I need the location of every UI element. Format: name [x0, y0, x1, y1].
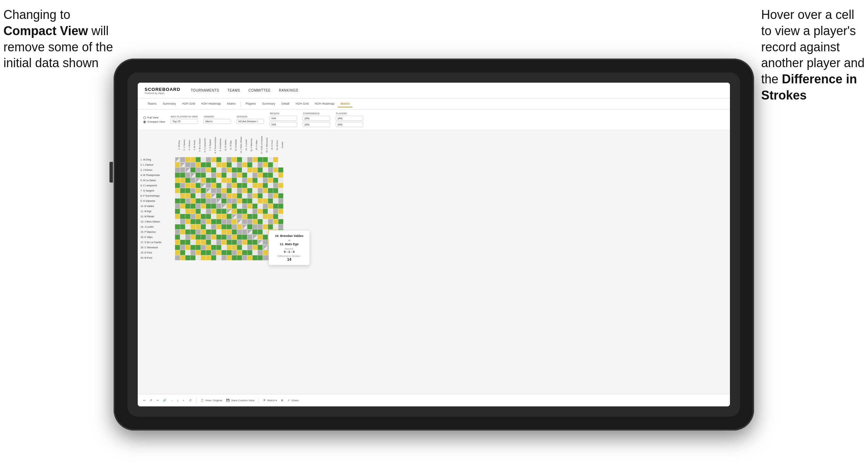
grid-cell[interactable]: [278, 214, 283, 219]
redo-button2[interactable]: ↺: [150, 399, 152, 402]
grid-cell[interactable]: [242, 229, 247, 235]
grid-cell[interactable]: [201, 245, 206, 250]
grid-cell[interactable]: [258, 173, 263, 178]
grid-cell[interactable]: [273, 219, 278, 224]
grid-cell[interactable]: [268, 224, 273, 229]
tab-summary-right[interactable]: Summary: [259, 101, 278, 107]
grid-cell[interactable]: [263, 157, 268, 162]
grid-cell[interactable]: [221, 193, 227, 198]
grid-cell[interactable]: [232, 250, 237, 255]
grid-cell[interactable]: [221, 214, 227, 219]
grid-cell[interactable]: [247, 193, 252, 198]
grid-cell[interactable]: [278, 219, 283, 224]
grid-cell[interactable]: [258, 240, 263, 245]
grid-cell[interactable]: [252, 224, 258, 229]
grid-cell[interactable]: [175, 219, 180, 224]
grid-cell[interactable]: [247, 224, 252, 229]
grid-cell[interactable]: [237, 157, 242, 162]
grid-cell[interactable]: [185, 255, 190, 260]
grid-cell[interactable]: [185, 167, 190, 173]
grid-cell[interactable]: [175, 245, 180, 250]
grid-cell[interactable]: [268, 198, 273, 204]
grid-cell[interactable]: [232, 188, 237, 193]
grid-cell[interactable]: [196, 178, 201, 183]
grid-cell[interactable]: [242, 188, 247, 193]
grid-cell[interactable]: [252, 188, 258, 193]
grid-cell[interactable]: [221, 224, 227, 229]
grid-cell[interactable]: [201, 209, 206, 214]
grid-cell[interactable]: [237, 229, 242, 235]
grid-cell[interactable]: [185, 193, 190, 198]
grid-cell[interactable]: [237, 235, 242, 240]
grid-cell[interactable]: [232, 173, 237, 178]
grid-cell[interactable]: [273, 188, 278, 193]
grid-cell[interactable]: [196, 219, 201, 224]
grid-cell[interactable]: [242, 183, 247, 188]
grid-cell[interactable]: [180, 250, 185, 255]
grid-cell[interactable]: [206, 229, 211, 235]
grid-cell[interactable]: [206, 173, 211, 178]
grid-cell[interactable]: [185, 183, 190, 188]
grid-cell[interactable]: [221, 173, 227, 178]
grid-cell[interactable]: [273, 178, 278, 183]
grid-cell[interactable]: [258, 229, 263, 235]
grid-cell[interactable]: [263, 204, 268, 209]
save-custom-btn[interactable]: 💾 Save Custom View: [226, 399, 254, 402]
grid-cell[interactable]: [273, 209, 278, 214]
grid-cell[interactable]: [221, 167, 227, 173]
conference-select2[interactable]: (All): [303, 122, 330, 127]
division-select[interactable]: NCAA Division I: [237, 119, 264, 124]
grid-cell[interactable]: [190, 224, 196, 229]
grid-cell[interactable]: [258, 167, 263, 173]
grid-cell[interactable]: [232, 209, 237, 214]
grid-cell[interactable]: [196, 162, 201, 167]
grid-cell[interactable]: [201, 214, 206, 219]
grid-cell[interactable]: [263, 193, 268, 198]
grid-cell[interactable]: [190, 162, 196, 167]
grid-cell[interactable]: [180, 198, 185, 204]
grid-cell[interactable]: [175, 209, 180, 214]
grid-cell[interactable]: [232, 162, 237, 167]
grid-cell[interactable]: [273, 157, 278, 162]
grid-cell[interactable]: [175, 229, 180, 235]
grid-cell[interactable]: [263, 209, 268, 214]
grid-cell[interactable]: [237, 250, 242, 255]
grid-cell[interactable]: [221, 255, 227, 260]
grid-cell[interactable]: [201, 250, 206, 255]
grid-cell[interactable]: [232, 235, 237, 240]
grid-cell[interactable]: [206, 214, 211, 219]
grid-cell[interactable]: [196, 167, 201, 173]
grid-cell[interactable]: [242, 173, 247, 178]
grid-cell[interactable]: [227, 183, 232, 188]
grid-cell[interactable]: [258, 204, 263, 209]
grid-cell[interactable]: [237, 178, 242, 183]
grid-cell[interactable]: [247, 255, 252, 260]
grid-cell[interactable]: [252, 235, 258, 240]
grid-cell[interactable]: [201, 193, 206, 198]
grid-cell[interactable]: [278, 224, 283, 229]
grid-cell[interactable]: [227, 188, 232, 193]
grid-cell[interactable]: [185, 198, 190, 204]
grid-cell[interactable]: [242, 209, 247, 214]
grid-cell[interactable]: [263, 224, 268, 229]
grid-cell[interactable]: [242, 162, 247, 167]
grid-cell[interactable]: [196, 250, 201, 255]
grid-cell[interactable]: [227, 162, 232, 167]
compact-view-radio[interactable]: Compact View: [143, 120, 165, 123]
grid-cell[interactable]: [196, 193, 201, 198]
grid-cell[interactable]: [263, 162, 268, 167]
grid-cell[interactable]: [227, 204, 232, 209]
grid-cell[interactable]: [180, 255, 185, 260]
grid-cell[interactable]: [232, 255, 237, 260]
grid-cell[interactable]: [232, 193, 237, 198]
grid-cell[interactable]: [268, 188, 273, 193]
grid-cell[interactable]: [227, 229, 232, 235]
grid-cell[interactable]: [227, 245, 232, 250]
grid-cell[interactable]: [175, 178, 180, 183]
grid-cell[interactable]: [263, 245, 268, 250]
grid-cell[interactable]: [242, 250, 247, 255]
grid-cell[interactable]: [180, 162, 185, 167]
grid-cell[interactable]: [206, 219, 211, 224]
grid-cell[interactable]: [180, 193, 185, 198]
grid-cell[interactable]: [278, 183, 283, 188]
